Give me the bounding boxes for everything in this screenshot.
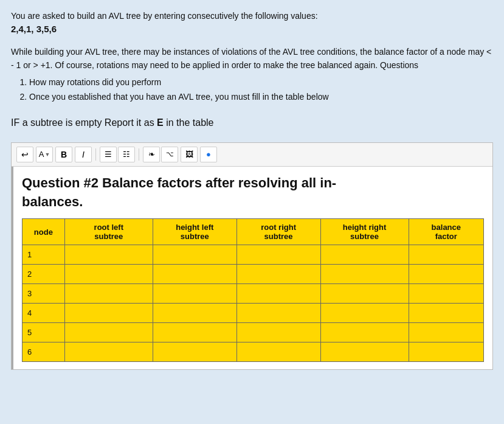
row5-height-left[interactable] [153,323,236,342]
row2-height-left[interactable] [153,265,236,284]
ordered-list-button[interactable]: ☷ [118,147,135,162]
intro-section: You are asked to build an AVL tree by en… [11,10,493,36]
editor-area: ↩ A ▼ B I ☰ ☷ [11,142,493,370]
col-header-height-left: height leftsubtree [153,219,236,245]
table-row: 5 [22,323,484,342]
table-row: 3 [22,284,484,304]
row6-balance[interactable] [409,342,483,362]
ul-icon: ☰ [105,150,112,159]
empty-notice: IF a subtree is empty Report it as E in … [11,116,493,130]
row5-height-right[interactable] [320,323,409,342]
editor-content: Question #2 Balance factors after resolv… [12,167,492,370]
ol-icon: ☷ [123,150,130,159]
row1-balance[interactable] [409,245,483,265]
empty-notice-post: in the table [164,117,214,128]
empty-notice-bold: E [157,117,164,128]
insert-buttons: ❧ ⌥ [143,147,178,162]
undo-button[interactable]: ↩ [16,147,33,162]
col-header-balance-factor: balancefactor [409,219,483,245]
image-button[interactable]: 🖼 [181,147,198,162]
row5-root-left[interactable] [64,323,153,342]
circle-icon: ● [206,150,211,159]
row6-node: 6 [22,342,65,362]
table-wrapper: node root leftsubtree height leftsubtree… [22,218,484,362]
table-body: 1 2 [22,245,484,362]
table-row: 6 [22,342,484,362]
questions-list: How may rotations did you perform Once y… [11,75,493,105]
question-title-line2: balances. [22,194,83,209]
row4-height-right[interactable] [320,304,409,323]
row6-root-left[interactable] [64,342,153,362]
bold-icon: B [61,150,67,159]
row6-root-right[interactable] [236,342,320,362]
table-row: 4 [22,304,484,323]
row3-node: 3 [22,284,65,304]
row6-height-right[interactable] [320,342,409,362]
row4-height-left[interactable] [153,304,236,323]
separator-2 [139,148,139,161]
row4-balance[interactable] [409,304,483,323]
row3-root-right[interactable] [236,284,320,304]
intro-line1: You are asked to build an AVL tree by en… [11,10,493,23]
description-section: While building your AVL tree, there may … [11,45,493,105]
font-color-button[interactable]: A ▼ [36,147,53,162]
table-row: 2 [22,265,484,284]
row5-balance[interactable] [409,323,483,342]
row1-height-left[interactable] [153,245,236,265]
empty-notice-pre: IF a subtree is empty Report it as [11,117,157,128]
question-2: Once you established that you have an AV… [29,90,493,105]
image-icon: 🖼 [185,150,193,159]
question-title-line1: Question #2 Balance factors after resolv… [22,175,336,190]
link-button[interactable]: ❧ [143,147,160,162]
row2-root-left[interactable] [64,265,153,284]
italic-button[interactable]: I [75,147,92,162]
row3-height-left[interactable] [153,284,236,304]
code-button[interactable]: ⌥ [161,147,178,162]
row1-root-left[interactable] [64,245,153,265]
row2-balance[interactable] [409,265,483,284]
avl-table: node root leftsubtree height leftsubtree… [22,218,484,362]
italic-icon: I [82,150,85,159]
row3-root-left[interactable] [64,284,153,304]
row5-node: 5 [22,323,65,342]
dropdown-arrow-icon: ▼ [44,151,50,158]
row1-root-right[interactable] [236,245,320,265]
row4-root-right[interactable] [236,304,320,323]
row1-node: 1 [22,245,65,265]
table-header-row: node root leftsubtree height leftsubtree… [22,219,484,245]
unordered-list-button[interactable]: ☰ [100,147,117,162]
question-title: Question #2 Balance factors after resolv… [22,174,484,212]
values-line: 2,4,1, 3,5,6 [11,23,493,36]
col-header-node: node [22,219,65,245]
row6-height-left[interactable] [153,342,236,362]
font-a-label: A [39,150,44,159]
list-buttons: ☰ ☷ [100,147,135,162]
editor-toolbar: ↩ A ▼ B I ☰ ☷ [12,143,492,167]
code-icon: ⌥ [166,150,174,158]
link-icon: ❧ [148,150,155,159]
table-row: 1 [22,245,484,265]
row4-root-left[interactable] [64,304,153,323]
col-header-root-right: root rightsubtree [236,219,320,245]
row4-node: 4 [22,304,65,323]
bold-button[interactable]: B [55,147,72,162]
row2-root-right[interactable] [236,265,320,284]
row2-height-right[interactable] [320,265,409,284]
undo-icon: ↩ [21,150,29,159]
question-1: How may rotations did you perform [29,75,493,90]
row3-balance[interactable] [409,284,483,304]
circle-button[interactable]: ● [200,147,217,162]
col-header-height-right: height rightsubtree [320,219,409,245]
row2-node: 2 [22,265,65,284]
page-container: You are asked to build an AVL tree by en… [0,0,504,424]
col-header-root-left: root leftsubtree [64,219,153,245]
row5-root-right[interactable] [236,323,320,342]
description-text: While building your AVL tree, there may … [11,45,493,72]
separator-1 [95,148,96,161]
row1-height-right[interactable] [320,245,409,265]
row3-height-right[interactable] [320,284,409,304]
